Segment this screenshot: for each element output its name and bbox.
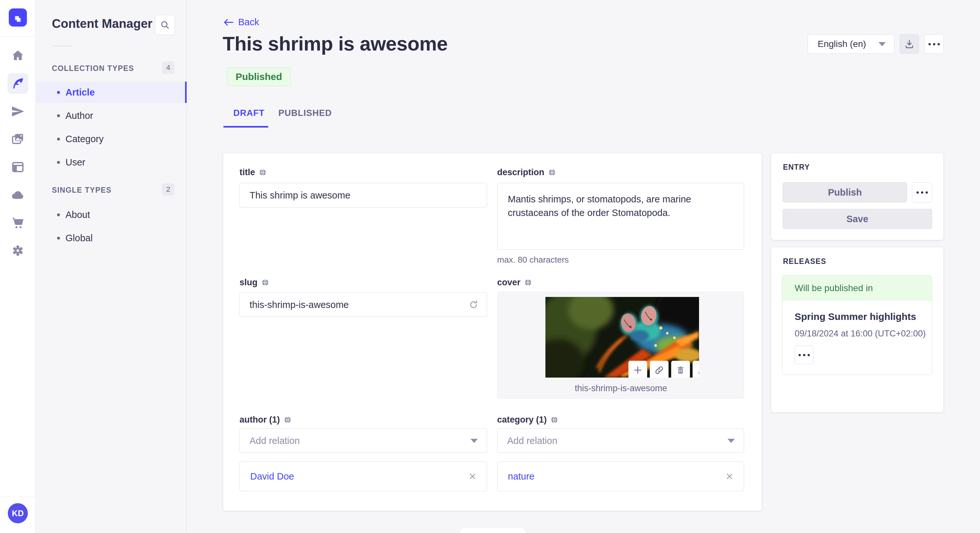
search-button[interactable]	[155, 15, 175, 35]
back-label: Back	[238, 17, 259, 27]
collection-types-list: Article Author Category User	[36, 82, 187, 173]
category-field-label: category (1)	[497, 415, 558, 425]
globe-icon	[524, 279, 532, 286]
bullet-icon	[57, 138, 60, 141]
publish-button[interactable]: Publish	[783, 182, 907, 202]
relation-link-nature[interactable]: nature	[508, 471, 535, 482]
bullet-icon	[57, 237, 60, 240]
sidebar-item-article[interactable]: Article	[36, 82, 187, 103]
sidebar-item-global[interactable]: Global	[36, 227, 187, 249]
relation-link-david-doe[interactable]: David Doe	[250, 471, 294, 482]
single-types-header: SINGLE TYPES 2	[36, 183, 187, 196]
cover-field-label: cover	[497, 278, 532, 287]
user-avatar[interactable]: KD	[8, 503, 28, 523]
bullet-icon	[57, 91, 60, 94]
locale-select[interactable]: English (en)	[808, 34, 894, 54]
sidebar-title: Content Manager	[52, 17, 152, 31]
regenerate-slug-button[interactable]	[467, 298, 480, 311]
field-label-text: cover	[497, 278, 520, 287]
layout-icon[interactable]	[8, 157, 28, 178]
cover-toolbar	[628, 361, 699, 378]
chevron-down-icon	[471, 439, 478, 443]
section-count-badge: 2	[162, 183, 174, 195]
plus-icon	[633, 365, 643, 375]
more-icon	[916, 191, 928, 194]
nav-rail: KD	[0, 0, 36, 533]
relation-placeholder: Add relation	[250, 436, 300, 446]
globe-icon	[259, 169, 266, 176]
header-more-button[interactable]	[924, 34, 944, 54]
tab-draft[interactable]: DRAFT	[233, 108, 264, 118]
back-link[interactable]: Back	[223, 17, 259, 27]
sidebar-item-label: Category	[65, 134, 104, 144]
section-label: COLLECTION TYPES	[52, 64, 134, 73]
marketplace-icon[interactable]	[8, 213, 28, 233]
chevron-down-icon	[727, 439, 735, 443]
tab-published[interactable]: PUBLISHED	[278, 108, 332, 118]
field-label-text: title	[240, 167, 255, 178]
release-status-strip: Will be published in	[782, 276, 932, 301]
cloud-icon[interactable]	[8, 185, 28, 205]
category-relation-select[interactable]: Add relation	[497, 428, 744, 453]
strapi-logo[interactable]	[9, 8, 27, 27]
author-field-label: author (1)	[240, 415, 291, 425]
description-textarea[interactable]: Mantis shrimps, or stomatopods, are mari…	[497, 183, 744, 250]
title-input[interactable]	[240, 183, 487, 208]
release-date: 09/18/2024 at 16:00 (UTC+02:00)	[795, 329, 926, 339]
content-manager-icon[interactable]	[8, 73, 28, 94]
entry-form-card: title description Mantis shrimps, or sto…	[223, 153, 762, 511]
sidebar-item-user[interactable]: User	[36, 152, 187, 173]
description-helper: max. 80 characters	[497, 255, 569, 265]
remove-relation-button[interactable]	[723, 470, 736, 483]
collection-types-header: COLLECTION TYPES 4	[36, 62, 187, 75]
app-window: KD Content Manager COLLECTION TYPES 4 Ar…	[0, 0, 980, 533]
field-label-text: category (1)	[497, 415, 547, 425]
sidebar-item-category[interactable]: Category	[36, 128, 187, 150]
page-title: This shrimp is awesome	[223, 32, 447, 55]
release-status-text: Will be published in	[795, 283, 873, 293]
export-button[interactable]	[900, 34, 919, 54]
sidebar-item-about[interactable]: About	[36, 204, 187, 225]
bullet-icon	[57, 213, 60, 216]
refresh-icon	[468, 299, 479, 310]
releases-panel-title: RELEASES	[783, 257, 826, 266]
edit-media-button[interactable]	[692, 361, 699, 378]
save-button[interactable]: Save	[783, 209, 932, 229]
sidebar-item-label: Article	[65, 87, 95, 98]
release-more-button[interactable]	[795, 346, 813, 364]
author-relation-select[interactable]: Add relation	[240, 428, 487, 453]
locale-value: English (en)	[818, 39, 866, 49]
media-library-icon[interactable]	[8, 129, 28, 150]
entry-more-button[interactable]	[912, 182, 932, 202]
section-label: SINGLE TYPES	[52, 186, 111, 195]
cover-filename: this-shrimp-is-awesome	[498, 383, 745, 393]
entry-panel-title: ENTRY	[783, 163, 810, 171]
section-count-badge: 4	[162, 62, 174, 74]
releases-panel: RELEASES Will be published in Spring Sum…	[771, 247, 943, 412]
settings-icon[interactable]	[8, 240, 28, 261]
sidebar-item-author[interactable]: Author	[36, 105, 187, 126]
description-field-label: description	[497, 167, 556, 178]
link-icon	[654, 365, 664, 375]
add-media-button[interactable]	[628, 361, 647, 378]
copy-link-button[interactable]	[650, 361, 668, 378]
globe-icon	[261, 279, 269, 286]
title-field-label: title	[240, 167, 266, 178]
home-icon[interactable]	[8, 45, 28, 66]
bullet-icon	[57, 114, 60, 117]
back-arrow-icon	[223, 18, 234, 27]
slug-input[interactable]	[240, 292, 487, 317]
sidebar-divider	[52, 46, 73, 46]
delete-media-button[interactable]	[671, 361, 690, 378]
cover-image[interactable]	[546, 297, 699, 378]
slug-field	[240, 292, 487, 317]
close-icon	[725, 473, 733, 480]
below-fold-card-edge	[460, 528, 526, 533]
remove-relation-button[interactable]	[466, 470, 479, 483]
release-name: Spring Summer highlights	[795, 311, 916, 322]
sidebar-item-label: Global	[65, 233, 93, 244]
download-icon	[904, 39, 915, 49]
releases-icon[interactable]	[8, 101, 28, 122]
search-icon	[160, 20, 170, 30]
field-label-text: slug	[240, 278, 258, 287]
